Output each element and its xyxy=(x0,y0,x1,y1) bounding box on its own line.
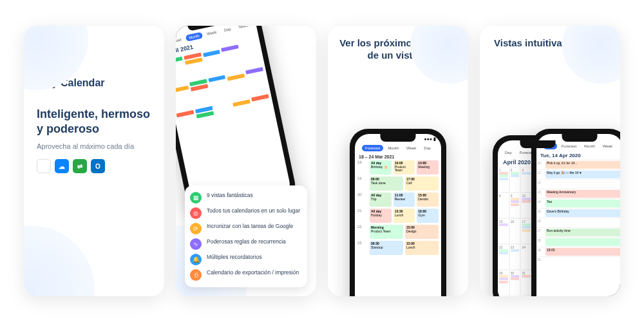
feature-icon: ⎙ xyxy=(190,269,202,281)
feature-item: ⎙Calendario de exportación / impresión xyxy=(190,269,302,281)
hour-label: 20 xyxy=(536,257,545,266)
event-chip[interactable]: 13:30Lunch xyxy=(393,209,415,223)
month-cell[interactable]: 17 xyxy=(520,218,532,244)
day-label: 23 xyxy=(357,241,368,255)
event-chip[interactable]: 14:00Meeting xyxy=(417,160,439,175)
feature-icon: ◎ xyxy=(190,207,202,219)
month-cell[interactable]: 2 xyxy=(509,167,521,193)
event-bar[interactable] xyxy=(545,238,620,246)
event-chip[interactable]: All dayHoliday xyxy=(370,209,392,223)
month-cell[interactable]: 9 xyxy=(509,193,521,218)
event-bar[interactable]: May it go 🎉 — the 14 ♥ xyxy=(545,171,620,178)
feature-icon: ∿ xyxy=(190,238,202,250)
day-label: 20 xyxy=(357,193,368,207)
hour-row[interactable]: 10Pick it up, it's for 14... xyxy=(536,160,620,169)
subheadline: Aprovecha al máximo cada día xyxy=(37,142,151,150)
month-cell[interactable]: 30 xyxy=(509,270,521,296)
tab-day[interactable]: Day xyxy=(502,149,515,156)
day-label: 18 xyxy=(357,160,368,175)
hour-label: 12 xyxy=(536,180,545,189)
tab-week[interactable]: Week xyxy=(600,143,616,149)
hour-row[interactable]: 12 xyxy=(536,179,620,189)
hour-row[interactable]: 20 xyxy=(536,256,620,266)
month-cell[interactable]: 29 xyxy=(498,270,509,296)
event-chip[interactable]: 09:00Task done xyxy=(370,176,403,191)
event-chip[interactable]: 11:00Review xyxy=(393,193,415,207)
event-chip[interactable]: 15:00Design xyxy=(405,225,439,239)
tab-month[interactable]: Month xyxy=(581,143,598,149)
month-cell[interactable]: 16 xyxy=(509,218,521,244)
month-cell[interactable]: 1 xyxy=(498,167,509,193)
hour-row[interactable]: 15Dave's Birthday xyxy=(536,208,620,218)
tab-day[interactable]: Day xyxy=(421,145,434,151)
hour-label: 17 xyxy=(536,228,545,237)
feature-text: Poderosas reglas de recurrencia xyxy=(207,238,286,245)
event-bar[interactable]: Tea xyxy=(545,200,620,207)
month-cell[interactable]: 23 xyxy=(509,244,521,270)
hour-label: 11 xyxy=(536,170,545,179)
month-cell[interactable]: 10 xyxy=(520,193,532,218)
feature-icon: ⟳ xyxy=(190,223,202,234)
forecast-row[interactable]: 21All dayHoliday13:30Lunch18:00Gym xyxy=(357,209,439,223)
hour-label: 18 xyxy=(536,238,545,247)
month-cell[interactable]: 3 xyxy=(520,167,532,193)
promo-panel-4: Vistas intuitivas y claras Day Forecast … xyxy=(480,26,620,296)
hour-row[interactable]: 11May it go 🎉 — the 14 ♥ xyxy=(536,169,620,179)
tab-month[interactable]: Month xyxy=(384,145,402,151)
hour-row[interactable]: 18 xyxy=(536,237,620,247)
month-cell[interactable]: 8 xyxy=(498,193,509,218)
event-chip[interactable]: All dayTrip xyxy=(370,193,392,207)
event-bar[interactable]: Dave's Birthday xyxy=(545,209,620,217)
event-bar[interactable]: Pick it up, it's for 14... xyxy=(545,161,620,169)
feature-icon: ▦ xyxy=(190,192,202,204)
tab-forecast[interactable]: Forecast xyxy=(362,145,383,151)
event-bar[interactable]: Run activity time xyxy=(545,229,620,236)
month-cell[interactable]: 24 xyxy=(520,244,532,270)
hour-row[interactable]: 14Tea xyxy=(536,198,620,208)
tab-day[interactable]: Day xyxy=(220,26,234,34)
day-label: 21 xyxy=(357,209,368,223)
event-bar[interactable]: 18:00 xyxy=(545,248,620,256)
forecast-row[interactable]: 20All dayTrip11:00Review15:00Dentist xyxy=(357,193,439,207)
google-calendar-icon: 31 xyxy=(37,159,51,173)
tab-forecast[interactable]: Forecast xyxy=(558,143,580,149)
forecast-row[interactable]: 1909:00Task done17:00Call xyxy=(357,176,439,191)
feature-item: ⟳Incronizar con las tareas de Google xyxy=(190,223,302,234)
day-timeline[interactable]: 10Pick it up, it's for 14...11May it go … xyxy=(536,160,620,266)
event-chip[interactable]: 15:00Dentist xyxy=(417,193,439,207)
month-cell[interactable]: 15 xyxy=(498,218,509,244)
month-cell[interactable]: 31 xyxy=(520,270,532,296)
hour-row[interactable]: 17Run activity time xyxy=(536,227,620,237)
hour-row[interactable]: 1918:00 xyxy=(536,247,620,256)
tab-week[interactable]: Week xyxy=(403,145,419,151)
event-chip[interactable]: 17:00Call xyxy=(405,176,439,191)
headline: Inteligente, hermoso y poderoso xyxy=(37,107,151,136)
outlook-icon: O xyxy=(91,159,105,173)
integration-icons: 31 ☁ ⇄ O xyxy=(37,159,151,173)
event-chip[interactable]: 09:30Standup xyxy=(370,241,403,255)
forecast-row[interactable]: 18All dayBirthday 🎂10:00Product Team14:0… xyxy=(357,160,439,175)
forecast-row[interactable]: 2309:30Standup12:00Lunch xyxy=(357,241,439,255)
month-cell[interactable]: 22 xyxy=(498,244,509,270)
feature-text: Incronizar con las tareas de Google xyxy=(207,223,293,229)
day-date: Tue, 14 Apr 2020 xyxy=(536,151,620,160)
forecast-list[interactable]: 18All dayBirthday 🎂10:00Product Team14:0… xyxy=(355,160,441,255)
hour-label: 19 xyxy=(536,247,545,256)
feature-text: Múltiples recordatorios xyxy=(207,254,262,260)
forecast-row[interactable]: 22MorningProduct Team15:00Design xyxy=(357,225,439,239)
event-chip[interactable]: 12:00Lunch xyxy=(405,241,439,255)
feature-item: 🔔Múltiples recordatorios xyxy=(190,254,302,265)
event-bar[interactable]: Meeting Anniversary xyxy=(545,190,620,198)
hour-row[interactable]: 13Meeting Anniversary xyxy=(536,189,620,198)
event-chip[interactable]: All dayBirthday 🎂 xyxy=(370,160,392,175)
date-range: 18 – 24 Mar 2021 xyxy=(355,153,441,160)
hour-row[interactable]: 16 xyxy=(536,218,620,227)
event-chip[interactable]: 10:00Product Team xyxy=(393,160,415,175)
event-chip[interactable]: 18:00Gym xyxy=(417,209,439,223)
event-chip[interactable]: MorningProduct Team xyxy=(370,225,403,239)
icloud-icon: ☁ xyxy=(55,159,69,173)
bg-decoration xyxy=(410,26,468,84)
view-tabs[interactable]: Forecast Month Week Day xyxy=(355,143,441,153)
feature-text: 9 vistas fantásticas xyxy=(207,192,253,198)
month-grid[interactable] xyxy=(176,37,276,140)
